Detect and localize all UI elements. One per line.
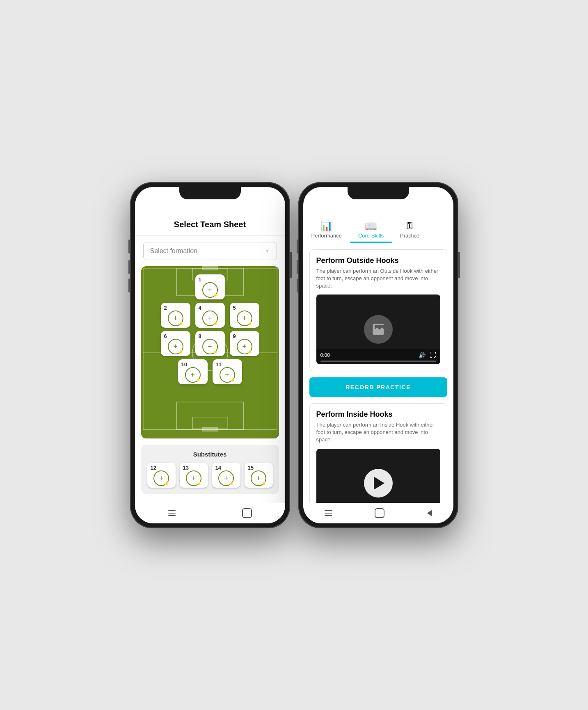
player-dot: [197, 379, 200, 382]
svg-rect-9: [202, 427, 217, 431]
tab-performance-label: Performance: [311, 233, 342, 239]
video-timestamp-1: 0:00: [320, 352, 330, 358]
tab-core-skills[interactable]: 📖 Core Skills: [350, 218, 392, 243]
skills-content: Perform Outside Hooks The player can per…: [303, 243, 453, 523]
phone-1-screen: Select Team Sheet Select formation ▼: [135, 187, 285, 523]
bottom-nav-bar-2: [303, 503, 453, 523]
performance-icon: 📊: [320, 221, 333, 231]
player-card-6[interactable]: 6: [161, 331, 190, 356]
player-dot: [214, 322, 217, 325]
player-avatar: [218, 470, 234, 486]
video-progress-bar-1[interactable]: [320, 361, 436, 362]
player-dot: [231, 379, 234, 382]
player-number: 9: [233, 333, 236, 339]
svg-rect-8: [192, 417, 227, 429]
phone-1: Select Team Sheet Select formation ▼: [130, 182, 290, 528]
phone-1-content: Select Team Sheet Select formation ▼: [135, 199, 285, 523]
practice-icon: 🗓: [405, 221, 415, 231]
svg-rect-3: [202, 266, 217, 270]
football-pitch: 1 2: [141, 266, 279, 438]
player-card-8[interactable]: 8: [195, 331, 225, 356]
back-button[interactable]: [427, 510, 432, 516]
team-sheet-header: Select Team Sheet: [135, 199, 285, 236]
player-card-14[interactable]: 14: [212, 463, 240, 488]
player-number: 15: [248, 465, 254, 470]
formation-select-label: Select formation: [150, 247, 198, 255]
player-avatar: [220, 367, 235, 383]
player-card-13[interactable]: 13: [180, 463, 208, 488]
tab-practice-label: Practice: [400, 233, 419, 239]
player-avatar: [237, 310, 252, 326]
speaker-icon-1[interactable]: 🔊: [419, 352, 426, 358]
substitutes-row: 12 13: [145, 463, 275, 488]
player-avatar: [168, 310, 183, 326]
video-icons-1: 🔊 ⛶: [419, 352, 436, 359]
notch-1: [179, 187, 241, 199]
record-practice-label: RECORD PRACTICE: [345, 384, 411, 390]
player-avatar: [186, 470, 201, 486]
player-card-10[interactable]: 10: [178, 359, 208, 384]
video-controls-1: 0:00 🔊 ⛶: [316, 349, 440, 364]
chevron-down-icon: ▼: [265, 248, 270, 254]
player-card-9[interactable]: 9: [230, 331, 259, 356]
bottom-nav-bar: [135, 503, 285, 523]
player-row-att: 10 11: [178, 359, 242, 384]
home-button[interactable]: [242, 508, 252, 518]
phone-2-screen: 📊 Performance 📖 Core Skills 🗓 Practice: [303, 187, 453, 523]
core-skills-icon: 📖: [365, 221, 377, 231]
player-card-1[interactable]: 1: [195, 274, 225, 299]
player-card-12[interactable]: 12: [147, 463, 176, 488]
player-number: 4: [199, 305, 201, 310]
record-practice-button[interactable]: RECORD PRACTICE: [309, 377, 447, 397]
player-dot: [165, 482, 168, 485]
player-row-def: 2 4: [161, 303, 259, 328]
players-grid: 1 2: [145, 272, 275, 384]
player-avatar: [202, 339, 218, 354]
phone-2-content: 📊 Performance 📖 Core Skills 🗓 Practice: [303, 199, 453, 523]
play-button-icon[interactable]: [364, 469, 393, 498]
formation-select-dropdown[interactable]: Select formation ▼: [143, 242, 277, 260]
skill-desc-inside-hooks: The player can perform an Inside Hook wi…: [316, 421, 440, 444]
tab-practice[interactable]: 🗓 Practice: [392, 218, 428, 243]
player-dot: [214, 294, 217, 297]
player-number: 8: [199, 333, 201, 339]
player-card-4[interactable]: 4: [195, 303, 225, 328]
player-avatar: [237, 339, 252, 354]
player-dot: [230, 482, 233, 485]
page-title: Select Team Sheet: [143, 220, 277, 229]
player-number: 1: [199, 277, 201, 282]
skill-desc-outside-hooks: The player can perform an Outside Hook w…: [316, 267, 440, 290]
player-number: 6: [164, 333, 167, 339]
player-dot: [179, 350, 183, 354]
player-card-2[interactable]: 2: [161, 303, 190, 328]
home-button-2[interactable]: [375, 508, 384, 518]
svg-rect-7: [176, 402, 243, 429]
player-number: 12: [151, 465, 156, 470]
player-number: 2: [164, 305, 167, 310]
bottom-lines-icon-2: [325, 510, 332, 516]
skill-title-outside-hooks: Perform Outside Hooks: [316, 256, 440, 265]
player-dot: [214, 350, 217, 354]
bottom-lines-icon: [168, 510, 176, 516]
player-avatar: [202, 282, 218, 298]
video-time-row-1: 0:00 🔊 ⛶: [320, 352, 436, 359]
player-number: 14: [215, 465, 221, 470]
player-number: 11: [216, 362, 222, 367]
notch-2: [348, 187, 409, 199]
phones-container: Select Team Sheet Select formation ▼: [130, 182, 458, 528]
player-card-11[interactable]: 11: [213, 359, 242, 384]
player-avatar: [168, 339, 183, 354]
player-card-5[interactable]: 5: [230, 303, 259, 328]
player-card-15[interactable]: 15: [245, 463, 273, 488]
video-player-outside-hooks[interactable]: 0:00 🔊 ⛶: [316, 295, 440, 364]
player-row-gk: 1: [195, 274, 225, 299]
player-dot: [248, 322, 252, 325]
substitutes-section: Substitutes 12 13: [141, 445, 279, 494]
skill-title-inside-hooks: Perform Inside Hooks: [316, 410, 440, 419]
player-number: 5: [233, 305, 236, 310]
fullscreen-icon-1[interactable]: ⛶: [430, 352, 436, 359]
broken-image-icon: [364, 315, 393, 344]
phone-2: 📊 Performance 📖 Core Skills 🗓 Practice: [298, 182, 458, 528]
tab-performance[interactable]: 📊 Performance: [303, 218, 350, 243]
player-avatar: [202, 310, 218, 326]
